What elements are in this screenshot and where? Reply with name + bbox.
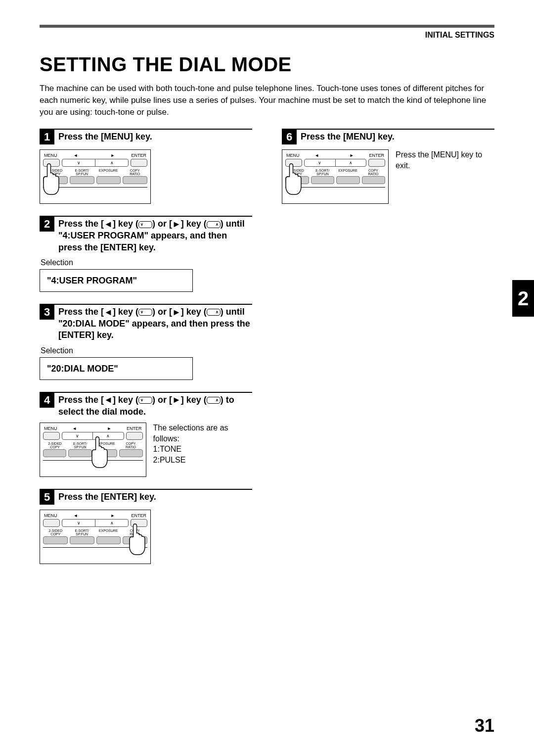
arrow-buttons: ∨ ∧ xyxy=(62,432,124,440)
menu-button xyxy=(43,432,60,440)
panel-label-copyratio: COPYRATIO xyxy=(119,442,142,449)
panel-label-2sided: 2-SIDEDCOPY xyxy=(43,442,67,449)
control-panel-diagram: MENU ◄ ► ENTER ∨ ∧ xyxy=(40,423,146,477)
grey-button xyxy=(70,536,94,544)
enter-button xyxy=(131,159,147,167)
arrow-buttons: ∨ ∧ xyxy=(304,159,366,167)
section-header: INITIAL SETTINGS xyxy=(40,31,494,40)
left-column: 1 Press the [MENU] key. MENU ◄ ► ENTER ∨ xyxy=(40,129,252,576)
up-arrow-icon: ∧ xyxy=(336,159,366,166)
menu-button xyxy=(285,159,302,167)
panel-label-exposure: EXPOSURE xyxy=(93,442,117,449)
right-column: 6 Press the [MENU] key. MENU ◄ ► ENTER xyxy=(282,129,494,576)
step-4: 4 Press the [◄] key (∨) or [►] key (∧) t… xyxy=(40,392,252,477)
step-4-number: 4 xyxy=(40,393,54,408)
arrow-buttons: ∨ ∧ xyxy=(62,159,129,167)
up-arrow-icon: ∧ xyxy=(95,520,128,526)
menu-button xyxy=(43,519,60,527)
right-arrow-icon: ► xyxy=(92,426,127,431)
right-arrow-icon: ► xyxy=(172,307,181,318)
arrow-buttons: ∨ ∧ xyxy=(62,519,129,527)
grey-button xyxy=(311,176,335,184)
down-arrow-icon: ∨ xyxy=(62,432,93,439)
right-arrow-icon: ► xyxy=(172,394,181,406)
enter-button xyxy=(126,432,143,440)
step-6: 6 Press the [MENU] key. MENU ◄ ► ENTER xyxy=(282,129,494,204)
step-3-title: Press the [◄] key (∨) or [►] key (∧) unt… xyxy=(58,305,252,341)
grey-button xyxy=(96,536,121,544)
panel-label-2sided: 2-SIDEDCOPY xyxy=(43,529,68,536)
up-arrow-icon: ∧ xyxy=(93,432,123,439)
left-arrow-icon: ◄ xyxy=(57,513,94,518)
panel-label-menu: MENU xyxy=(44,153,57,158)
grey-button xyxy=(123,176,147,184)
step-5: 5 Press the [ENTER] key. MENU ◄ ► ENTER … xyxy=(40,489,252,564)
step-6-title: Press the [MENU] key. xyxy=(301,130,395,142)
step-2-title: Press the [◄] key (∨) or [►] key (∧) unt… xyxy=(58,217,252,253)
panel-label-enter: ENTER xyxy=(127,426,142,431)
step-3-number: 3 xyxy=(40,305,54,320)
selection-label: Selection xyxy=(41,346,252,355)
step-6-body: Press the [MENU] key to exit. xyxy=(396,149,494,171)
up-arrow-icon: ∧ xyxy=(95,159,128,166)
step-3: 3 Press the [◄] key (∨) or [►] key (∧) u… xyxy=(40,304,252,380)
page-number: 31 xyxy=(475,715,494,736)
grey-button xyxy=(336,176,360,184)
grey-button xyxy=(123,536,147,544)
panel-label-enter: ENTER xyxy=(369,153,384,158)
left-arrow-icon: ◄ xyxy=(57,426,92,431)
control-panel-diagram: MENU ◄ ► ENTER ∨ ∧ 2-SIDEDCO xyxy=(40,510,151,564)
control-panel-diagram: MENU ◄ ► ENTER ∨ ∧ xyxy=(282,149,389,204)
header-rule xyxy=(40,25,494,28)
step-2-number: 2 xyxy=(40,217,54,232)
down-arrow-icon: ∨ xyxy=(305,159,336,166)
menu-button xyxy=(43,159,60,167)
lcd-display: "4:USER PROGRAM" xyxy=(40,269,193,292)
selection-label: Selection xyxy=(41,258,252,267)
left-arrow-icon: ◄ xyxy=(104,219,113,230)
grey-button xyxy=(68,449,91,457)
grey-button xyxy=(94,449,117,457)
grey-button xyxy=(96,176,121,184)
panel-label-2sided: 2-SIDEDCOPY xyxy=(43,169,68,176)
enter-button xyxy=(131,519,147,527)
key-oval-icon: ∧ xyxy=(207,397,221,404)
panel-label-enter: ENTER xyxy=(132,153,147,158)
step-2: 2 Press the [◄] key (∨) or [►] key (∧) u… xyxy=(40,216,252,292)
grey-button xyxy=(43,449,66,457)
left-arrow-icon: ◄ xyxy=(57,153,94,158)
step-1-title: Press the [MENU] key. xyxy=(58,130,152,142)
panel-label-esort: E-SORT/SP.FUN xyxy=(70,169,95,176)
panel-label-esort: E-SORT/SP.FUN xyxy=(311,169,334,176)
step-1-number: 1 xyxy=(40,130,54,144)
panel-label-esort: E-SORT/SP.FUN xyxy=(70,529,95,536)
key-oval-icon: ∨ xyxy=(138,309,152,316)
step-5-title: Press the [ENTER] key. xyxy=(58,490,156,503)
down-arrow-icon: ∨ xyxy=(62,520,95,526)
key-oval-icon: ∨ xyxy=(138,397,152,404)
left-arrow-icon: ◄ xyxy=(300,153,334,158)
left-arrow-icon: ◄ xyxy=(104,394,113,406)
right-arrow-icon: ► xyxy=(94,153,132,158)
grey-button xyxy=(43,536,68,544)
panel-label-2sided: 2-SIDEDCOPY xyxy=(285,169,309,176)
control-panel-diagram: MENU ◄ ► ENTER ∨ ∧ 2-SIDEDCO xyxy=(40,149,151,204)
page-title: SETTING THE DIAL MODE xyxy=(40,53,494,76)
left-arrow-icon: ◄ xyxy=(104,307,113,318)
enter-button xyxy=(368,159,385,167)
panel-label-enter: ENTER xyxy=(132,513,147,518)
panel-label-esort: E-SORT/SP.FUN xyxy=(68,442,92,449)
key-oval-icon: ∧ xyxy=(207,221,221,228)
step-1: 1 Press the [MENU] key. MENU ◄ ► ENTER ∨ xyxy=(40,129,252,204)
panel-label-menu: MENU xyxy=(286,153,300,158)
grey-button xyxy=(285,176,309,184)
panel-label-exposure: EXPOSURE xyxy=(96,529,121,536)
right-arrow-icon: ► xyxy=(334,153,369,158)
step-5-number: 5 xyxy=(40,490,54,505)
panel-label-copyratio: COPYRATIO xyxy=(123,529,148,536)
chapter-tab: 2 xyxy=(512,280,534,317)
right-arrow-icon: ► xyxy=(94,513,132,518)
down-arrow-icon: ∨ xyxy=(62,159,95,166)
grey-button xyxy=(43,176,68,184)
panel-label-copyratio: COPYRATIO xyxy=(123,169,148,176)
